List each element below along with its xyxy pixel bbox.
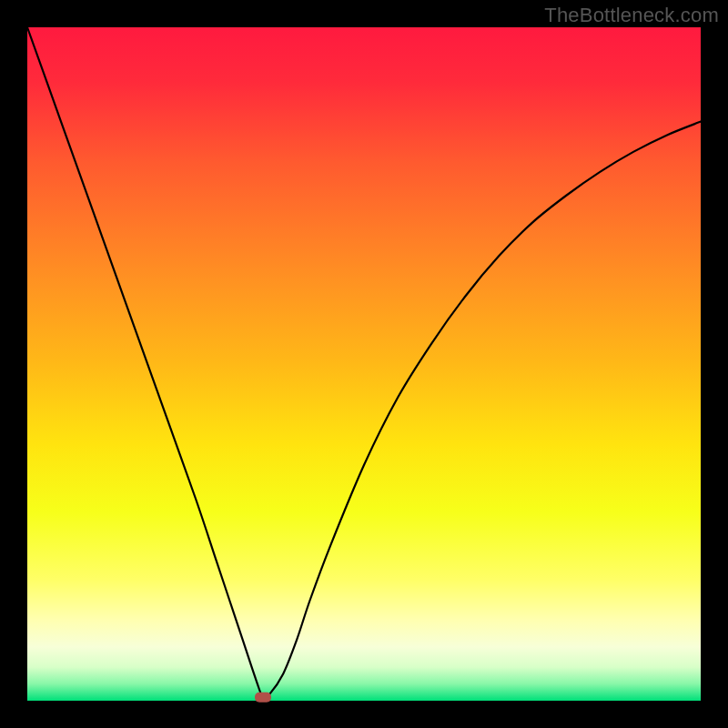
chart-frame: TheBottleneck.com: [0, 0, 728, 728]
plot-background: [27, 27, 701, 701]
bottleneck-chart: [0, 0, 728, 728]
optimal-point-marker: [255, 693, 271, 703]
